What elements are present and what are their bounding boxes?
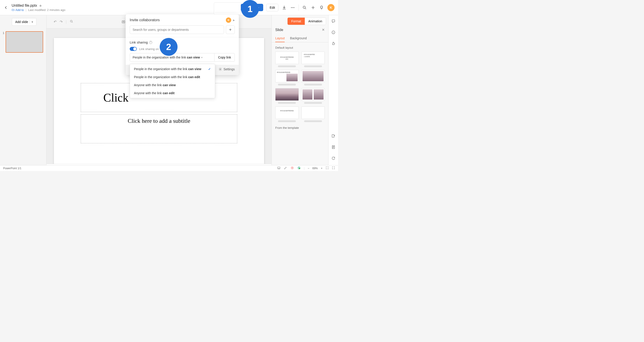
globe-icon[interactable] xyxy=(297,166,301,170)
plus-icon[interactable] xyxy=(310,5,316,10)
undo-icon[interactable]: ↶ xyxy=(54,20,56,24)
chevron-down-icon[interactable]: ▾ xyxy=(30,20,33,24)
collaborator-avatar[interactable]: K xyxy=(226,17,231,23)
zoom-level[interactable]: 69% xyxy=(312,167,318,170)
opt-prefix: People in the organization with the link xyxy=(134,67,188,71)
back-arrow-icon[interactable] xyxy=(4,5,8,10)
slide-thumb-item[interactable]: 1 xyxy=(3,31,44,53)
format-animation-tabs: Format Animation xyxy=(287,17,326,25)
last-modified: Last modified: 2 minutes ago xyxy=(28,8,65,12)
zoom-icon[interactable] xyxy=(70,20,73,24)
tab-background[interactable]: Background xyxy=(290,35,307,42)
callout-1: 1 xyxy=(241,0,259,18)
svg-point-9 xyxy=(220,69,221,70)
search-icon[interactable] xyxy=(302,5,307,10)
record-icon[interactable] xyxy=(290,166,294,170)
chevron-right-icon[interactable]: ▶ xyxy=(233,19,235,22)
info-icon[interactable] xyxy=(332,30,336,35)
slide-thumbnails-panel: 1 xyxy=(0,15,46,171)
check-icon: ✓ xyxy=(208,67,211,71)
statusbar: PowerPoint 1/1 | − 69% + xyxy=(0,165,338,171)
redo-icon[interactable]: ↷ xyxy=(60,20,62,24)
invite-collaborators-title: Invite collaborators xyxy=(130,18,160,22)
tab-format[interactable]: Format xyxy=(288,18,304,25)
add-collaborator-button[interactable]: + xyxy=(226,25,235,34)
collaborator-search-input[interactable] xyxy=(130,25,224,34)
title-text: Click xyxy=(103,91,128,104)
divider xyxy=(298,4,299,11)
download-icon[interactable] xyxy=(282,5,287,10)
layout-option[interactable] xyxy=(275,88,299,104)
opt-bold: can edit xyxy=(188,75,200,79)
default-layout-label: Default layout xyxy=(275,46,325,49)
tab-animation[interactable]: Animation xyxy=(305,18,326,25)
document-icon[interactable] xyxy=(332,145,336,150)
layout-option[interactable]: 单击此处编辑母版标题样式 xyxy=(275,52,299,67)
layout-option[interactable] xyxy=(302,88,325,104)
right-panel: Format Animation Slide ✕ Layout Backgrou… xyxy=(272,15,328,171)
svg-point-1 xyxy=(292,7,293,8)
export-icon[interactable] xyxy=(332,134,336,139)
opt-prefix: Anyone with the link xyxy=(134,91,162,95)
perm-prefix: People in the organization with the link xyxy=(132,56,187,59)
fullscreen-icon[interactable] xyxy=(332,166,335,170)
topbar: Untitled file.pptx ★ Add to | Last modif… xyxy=(0,0,338,15)
share-dialog: Invite collaborators K ▶ + Link sharing … xyxy=(126,14,239,75)
layout-option[interactable]: 单击此处编辑母版标题 xyxy=(275,107,299,122)
copy-link-button[interactable]: Copy link xyxy=(214,53,235,62)
bulb-icon[interactable] xyxy=(319,5,324,10)
perm-bold: can view xyxy=(187,56,200,59)
svg-point-4 xyxy=(70,20,72,22)
add-slide-button[interactable]: Add slide ▾ xyxy=(12,18,36,26)
add-to-label: Add to xyxy=(16,8,24,12)
zoom-in-button[interactable]: + xyxy=(321,167,322,170)
edit-button[interactable]: Edit xyxy=(266,4,278,11)
opt-bold: can view xyxy=(162,83,176,87)
svg-point-3 xyxy=(303,6,305,8)
opt-prefix: Anyone with the link xyxy=(134,83,162,87)
refresh-icon[interactable] xyxy=(332,156,336,161)
opt-bold: can view xyxy=(188,67,201,71)
layout-option[interactable]: • 单击此处编辑母版• 文本样式 xyxy=(302,52,325,67)
svg-rect-10 xyxy=(278,167,280,169)
svg-rect-7 xyxy=(332,135,334,137)
panel-title: Slide xyxy=(275,28,283,32)
file-title[interactable]: Untitled file.pptx xyxy=(12,3,37,7)
opt-prefix: People in the organization with the link xyxy=(134,75,188,79)
link-sharing-toggle[interactable] xyxy=(130,47,137,51)
opt-bold: can edit xyxy=(162,91,174,95)
tab-layout[interactable]: Layout xyxy=(275,35,285,42)
notes-view-icon[interactable] xyxy=(277,166,281,170)
layout-option[interactable] xyxy=(302,107,325,122)
status-left: PowerPoint 1/1 xyxy=(3,167,21,170)
add-to-link[interactable]: Add to xyxy=(12,8,24,12)
comment-icon[interactable] xyxy=(332,19,336,24)
more-icon[interactable] xyxy=(290,5,296,10)
zoom-out-button[interactable]: − xyxy=(308,167,309,170)
divider: | xyxy=(66,20,67,24)
svg-point-0 xyxy=(291,7,292,8)
permission-option[interactable]: Anyone with the link can edit xyxy=(130,89,215,97)
fit-icon[interactable] xyxy=(326,166,329,170)
svg-point-14 xyxy=(299,168,300,169)
thumbs-up-icon[interactable] xyxy=(332,41,336,46)
close-icon[interactable]: ✕ xyxy=(322,28,325,32)
slide-number: 1 xyxy=(3,31,4,53)
pen-icon[interactable] xyxy=(284,166,287,170)
share-highlight xyxy=(214,3,240,14)
subtitle-placeholder-box[interactable]: Click here to add a subtitle xyxy=(81,114,237,143)
settings-label: Settings xyxy=(224,67,235,71)
star-icon[interactable]: ★ xyxy=(39,3,42,8)
toggle-label: Link sharing on xyxy=(139,47,159,51)
add-slide-label: Add slide xyxy=(15,20,28,24)
link-sharing-title: Link sharing xyxy=(130,40,148,44)
help-icon[interactable]: ? xyxy=(149,41,152,44)
slide-thumbnail[interactable] xyxy=(6,31,43,53)
permission-option[interactable]: Anyone with the link can view xyxy=(130,81,215,89)
permission-option[interactable]: People in the organization with the link… xyxy=(130,65,215,73)
chevron-down-icon: ▾ xyxy=(201,56,202,59)
layout-option[interactable]: 单击此处编辑母版标题 xyxy=(275,70,299,85)
avatar[interactable]: K xyxy=(327,4,334,11)
layout-option[interactable] xyxy=(302,70,325,85)
permission-option[interactable]: People in the organization with the link… xyxy=(130,73,215,81)
